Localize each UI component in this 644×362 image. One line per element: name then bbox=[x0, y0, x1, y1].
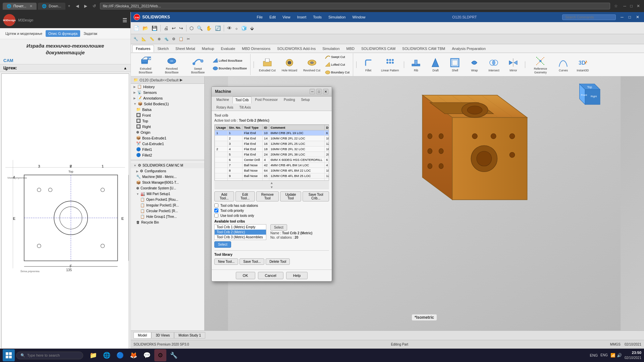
minimize-browser-button[interactable]: ─ bbox=[622, 3, 628, 9]
tab-mbd[interactable]: MBD bbox=[343, 45, 358, 52]
tree-item-stock[interactable]: 📦 Stock Manager[6061-T... bbox=[131, 180, 204, 185]
select-button[interactable]: ⬡ bbox=[188, 25, 195, 32]
sw-search-input[interactable] bbox=[562, 14, 616, 20]
col-usage[interactable]: Usage bbox=[215, 125, 228, 130]
taskbar-explorer-icon[interactable]: 📁 bbox=[87, 349, 99, 361]
col-type[interactable]: Tool Type bbox=[243, 125, 263, 130]
hide-button[interactable]: 👁 bbox=[226, 25, 233, 32]
tab-sw-addins[interactable]: SOLIDWORKS Add-Ins bbox=[274, 45, 319, 52]
taskbar-chrome-icon[interactable]: 🔵 bbox=[114, 349, 126, 361]
menu-view[interactable]: View bbox=[281, 14, 292, 20]
redo-button[interactable]: ↪ bbox=[178, 25, 184, 32]
taskbar-cam-icon[interactable]: 🔧 bbox=[168, 349, 180, 361]
tab-simulation[interactable]: Simulation bbox=[319, 45, 343, 52]
tool-table-row[interactable]: 6Center Drill46MM X 60DEG HSS CENTERDRIL… bbox=[215, 157, 329, 163]
toolbar-btn-4[interactable]: ⊕ bbox=[156, 36, 162, 42]
tool-table-row[interactable]: 9Ball Nose6512MM CRB 4FL BM 25 LOC126 bbox=[215, 173, 329, 179]
wrap-button[interactable]: Wrap bbox=[466, 56, 483, 73]
update-tool-button[interactable]: Update Tool bbox=[280, 191, 301, 201]
toolbar-btn-2[interactable]: 📐 bbox=[140, 36, 148, 42]
tree-item-annotations[interactable]: ▶ 📝 Annotations bbox=[131, 95, 204, 101]
view-orient-button[interactable]: 🧊 bbox=[240, 25, 248, 32]
tab-sw-cam[interactable]: SOLIDWORKS CAM bbox=[358, 45, 399, 52]
boundary-boss-base-button[interactable]: Boundary Boss/Base bbox=[211, 65, 248, 72]
cancel-button[interactable]: Cancel bbox=[258, 272, 283, 279]
help-button[interactable]: Help bbox=[286, 272, 308, 279]
save-tool-crib-button[interactable]: Save Tool Crib... bbox=[303, 191, 329, 201]
toolbar-btn-8[interactable]: ✂ bbox=[185, 36, 191, 42]
dialog-close-button[interactable]: ✕ bbox=[323, 89, 328, 94]
browser-forward-button[interactable]: ▶ bbox=[83, 3, 89, 9]
tab-sw-cam-tbm[interactable]: SOLIDWORKS CAM TBM bbox=[399, 45, 448, 52]
select-crib-button[interactable]: Select bbox=[214, 241, 231, 248]
browser-tab[interactable]: 🌐 Down... bbox=[38, 3, 65, 10]
menu-tools[interactable]: Tools bbox=[312, 14, 323, 20]
dialog-tab-tool-crib[interactable]: Tool Crib bbox=[232, 97, 252, 104]
dialog-tab-machine[interactable]: Machine bbox=[214, 97, 232, 104]
toolbar-btn-1[interactable]: 🔧 bbox=[132, 36, 140, 42]
tool-table-row[interactable]: 3Flat End1612MM CRB 2FL 25 LOC120 bbox=[215, 141, 329, 146]
delete-tool-button[interactable]: Delete Tool bbox=[266, 258, 290, 265]
browser-refresh-button[interactable]: ↺ bbox=[91, 3, 97, 9]
swept-cut-button[interactable]: Swept Cut bbox=[323, 53, 351, 61]
dialog-tab-rotary-axis[interactable]: Rotary Axis bbox=[214, 104, 236, 111]
col-dia[interactable]: Dia. (mm) bbox=[325, 125, 329, 130]
tab-features[interactable]: Features bbox=[132, 45, 154, 52]
motion-study-tab[interactable]: Motion Study 1 bbox=[174, 332, 205, 339]
extruded-cut-button[interactable]: Extruded Cut bbox=[257, 56, 278, 73]
tab-sheet-metal[interactable]: Sheet Metal bbox=[172, 45, 199, 52]
viewport-3d[interactable]: Top Front Right Machine ─ □ bbox=[205, 76, 644, 330]
crib-item-3[interactable]: Tool Crib 3 (Metric) Assemblies bbox=[215, 235, 266, 240]
tree-item-fillet1[interactable]: 🔵 Fillet1 bbox=[131, 146, 204, 152]
tree-item-mill-setup[interactable]: ▼ 🏭 Mill Part Setup1 bbox=[131, 191, 204, 197]
tree-item-boss-extrude1[interactable]: 📦 Boss-Extrude1 bbox=[131, 135, 204, 141]
tab-evaluate[interactable]: Evaluate bbox=[217, 45, 238, 52]
save-file-button[interactable]: 💾 bbox=[150, 25, 159, 32]
tool-table-row[interactable]: 7Ball Nose424MM CRB 4FL BM 14 LOC40 bbox=[215, 163, 329, 168]
tree-item-open-pocket[interactable]: 📋 Open Pocket1 [Rou... bbox=[131, 197, 204, 202]
curves-button[interactable]: Curves bbox=[554, 56, 572, 73]
tool-table-row[interactable]: 11Flat End106MM CRB 2FL 19 LOC60 bbox=[215, 130, 329, 136]
tool-table-row[interactable]: 8Ball Nose6410MM CRB 4FL BM 22 LOC105 bbox=[215, 168, 329, 173]
rib-button[interactable]: Rib bbox=[407, 56, 425, 73]
maximize-browser-button[interactable]: □ bbox=[629, 3, 634, 9]
dialog-tab-post-processor[interactable]: Post Processor bbox=[252, 97, 280, 104]
lofted-cut-button[interactable]: Lofted Cut bbox=[323, 61, 351, 68]
tool-table-row[interactable]: 2Flat End1410MM CRB 2FL 22 LOC100 bbox=[215, 136, 329, 141]
tool-table-row[interactable]: 24Flat End1816MM CRB 2FL 32 LOC160 bbox=[215, 146, 329, 152]
crib-priority-checkbox[interactable] bbox=[214, 208, 218, 213]
zoom-button[interactable]: 🔍 bbox=[196, 25, 204, 32]
tree-item-circular-pocket[interactable]: 📋 Circular Pocket1 [R... bbox=[131, 208, 204, 214]
mirror-button[interactable]: Mirror bbox=[504, 56, 522, 73]
taskbar-sw-icon[interactable]: ⚙ bbox=[154, 349, 166, 361]
close-icon[interactable]: ✕ bbox=[30, 4, 33, 8]
new-tab-button[interactable]: + bbox=[67, 3, 72, 9]
address-bar[interactable] bbox=[100, 3, 610, 9]
tab-mbd-dim[interactable]: MBD Dimensions bbox=[238, 45, 274, 52]
tree-item-fillet2[interactable]: 🔵 Fillet2 bbox=[131, 152, 204, 158]
crib-tools-only-checkbox[interactable] bbox=[214, 214, 218, 218]
dialog-tab-setup[interactable]: Setup bbox=[298, 97, 312, 104]
new-file-button[interactable]: 📄 bbox=[132, 25, 141, 32]
sidebar-nav-g-functions[interactable]: Опис G функција bbox=[46, 30, 80, 37]
tree-item-cut-extrude1[interactable]: ✂️ Cut-Extrude1 bbox=[131, 141, 204, 146]
open-file-button[interactable]: 📂 bbox=[141, 25, 150, 32]
sidebar-nav-task[interactable]: Задатак bbox=[81, 30, 100, 37]
browser-back-button[interactable]: ◀ bbox=[74, 3, 80, 9]
pan-button[interactable]: ✋ bbox=[205, 25, 213, 32]
undo-button[interactable]: ↩ bbox=[170, 25, 177, 32]
tree-item-history[interactable]: ▶ 📋 History bbox=[131, 84, 204, 89]
remove-tool-button[interactable]: Remove Tool bbox=[256, 191, 279, 201]
tab-analysis[interactable]: Analysis Preparation bbox=[448, 45, 489, 52]
display-style-button[interactable]: ⬙ bbox=[249, 25, 255, 32]
tool-table-row[interactable]: 5Flat End2420MM CRB 2FL 38 LOC200 bbox=[215, 152, 329, 157]
tree-item-coord[interactable]: ⊕ Coordinate System [U... bbox=[131, 185, 204, 191]
tree-item-configurations[interactable]: ▶ ⚙ Configurations bbox=[131, 168, 204, 174]
instant3d-button[interactable]: 3D Instant3D bbox=[574, 56, 591, 73]
tree-item-sw-cam[interactable]: ▼ ⚙ SOLIDWORKS CAM NC M bbox=[131, 163, 204, 168]
dialog-minimize-button[interactable]: ─ bbox=[310, 89, 315, 94]
tree-item-origin[interactable]: ⊕ Origin bbox=[131, 129, 204, 135]
print-button[interactable]: 🖨 bbox=[162, 25, 170, 32]
col-comment[interactable]: Comment bbox=[269, 125, 325, 130]
save-tool-button[interactable]: Save Tool... bbox=[239, 258, 264, 265]
